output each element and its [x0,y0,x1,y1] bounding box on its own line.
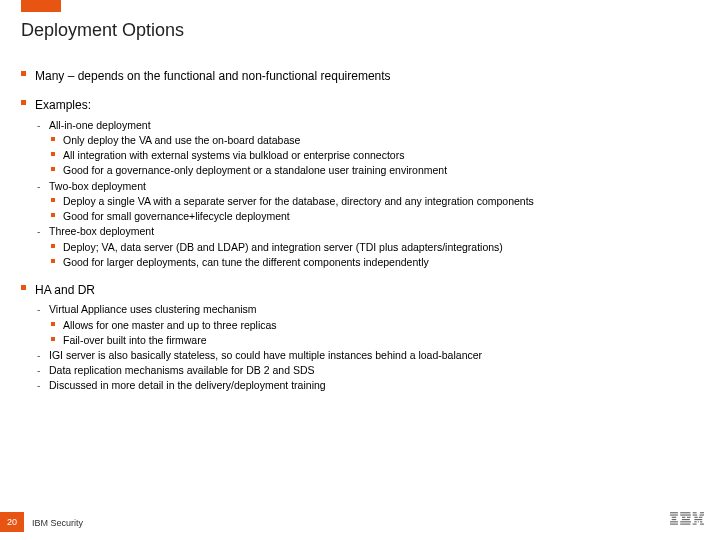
bullet-icon [51,259,55,263]
svg-rect-6 [680,512,690,513]
svg-rect-11 [680,521,691,522]
svg-rect-14 [700,512,704,513]
list-item: Good for larger deployments, can tune th… [49,255,700,270]
svg-rect-0 [670,512,678,513]
subitem-text: Fail-over built into the firmware [63,334,207,346]
bullet-icon [21,71,26,76]
svg-rect-10 [682,519,690,520]
list-item: Deploy a single VA with a separate serve… [49,194,700,209]
list-item: Good for small governance+lifecycle depl… [49,209,700,224]
svg-rect-15 [693,514,698,515]
list-item: Data replication mechanisms available fo… [35,363,700,378]
bullet-icon [51,337,55,341]
content-body: Many – depends on the functional and non… [21,68,700,406]
subitem-text: All integration with external systems vi… [63,149,404,161]
svg-rect-20 [694,521,696,522]
section-label: Examples: [35,98,91,112]
section-label: Many – depends on the functional and non… [35,69,391,83]
list-item: Discussed in more detail in the delivery… [35,378,700,393]
bullet-icon [51,167,55,171]
svg-rect-18 [699,517,702,518]
bullet-icon [51,152,55,156]
brand-tab [21,0,61,12]
footer: 20 IBM Security [0,512,720,532]
list-item: Fail-over built into the firmware [49,333,700,348]
item-label: Three-box deployment [49,225,154,237]
svg-rect-5 [670,524,678,525]
svg-rect-19 [694,519,702,520]
subitem-text: Good for a governance-only deployment or… [63,164,447,176]
svg-rect-8 [682,517,685,518]
bullet-icon [51,198,55,202]
subitem-text: Deploy a single VA with a separate serve… [63,195,534,207]
page-title: Deployment Options [21,20,184,41]
bullet-icon [51,137,55,141]
bullet-icon [51,213,55,217]
svg-rect-24 [700,524,704,525]
svg-rect-22 [700,521,702,522]
section-examples: Examples: All-in-one deployment Only dep… [21,97,700,270]
subitem-text: Allows for one master and up to three re… [63,319,277,331]
list-item: Good for a governance-only deployment or… [49,163,700,178]
subitem-text: Good for larger deployments, can tune th… [63,256,429,268]
section-ha-dr: HA and DR Virtual Appliance uses cluster… [21,282,700,394]
svg-rect-2 [672,517,677,518]
footer-label: IBM Security [32,518,83,528]
svg-rect-1 [670,514,678,515]
bullet-icon [21,285,26,290]
list-item: Two-box deployment Deploy a single VA wi… [35,179,700,225]
list-item: All-in-one deployment Only deploy the VA… [35,118,700,179]
list-item: IGI server is also basically stateless, … [35,348,700,363]
list-item: Three-box deployment Deploy; VA, data se… [35,224,700,270]
section-many: Many – depends on the functional and non… [21,68,700,85]
ibm-logo-icon [670,512,704,530]
list-item: Only deploy the VA and use the on-board … [49,133,700,148]
list-item: All integration with external systems vi… [49,148,700,163]
item-label: Discussed in more detail in the delivery… [49,379,326,391]
page-number: 20 [0,512,24,532]
svg-rect-4 [670,521,678,522]
list-item: Allows for one master and up to three re… [49,318,700,333]
svg-rect-3 [672,519,677,520]
section-label: HA and DR [35,283,95,297]
list-item: Deploy; VA, data server (DB and LDAP) an… [49,240,700,255]
subitem-text: Good for small governance+lifecycle depl… [63,210,290,222]
bullet-icon [21,100,26,105]
bullet-icon [51,244,55,248]
item-label: Two-box deployment [49,180,146,192]
svg-rect-21 [698,521,699,522]
svg-rect-13 [693,512,697,513]
item-label: Virtual Appliance uses clustering mechan… [49,303,257,315]
subitem-text: Deploy; VA, data server (DB and LDAP) an… [63,241,503,253]
item-label: IGI server is also basically stateless, … [49,349,482,361]
svg-rect-16 [699,514,704,515]
svg-rect-9 [687,517,690,518]
list-item: Virtual Appliance uses clustering mechan… [35,302,700,348]
bullet-icon [51,322,55,326]
svg-rect-12 [680,524,690,525]
svg-rect-7 [680,514,691,515]
subitem-text: Only deploy the VA and use the on-board … [63,134,300,146]
svg-rect-23 [693,524,697,525]
svg-rect-17 [694,517,697,518]
item-label: All-in-one deployment [49,119,151,131]
item-label: Data replication mechanisms available fo… [49,364,315,376]
